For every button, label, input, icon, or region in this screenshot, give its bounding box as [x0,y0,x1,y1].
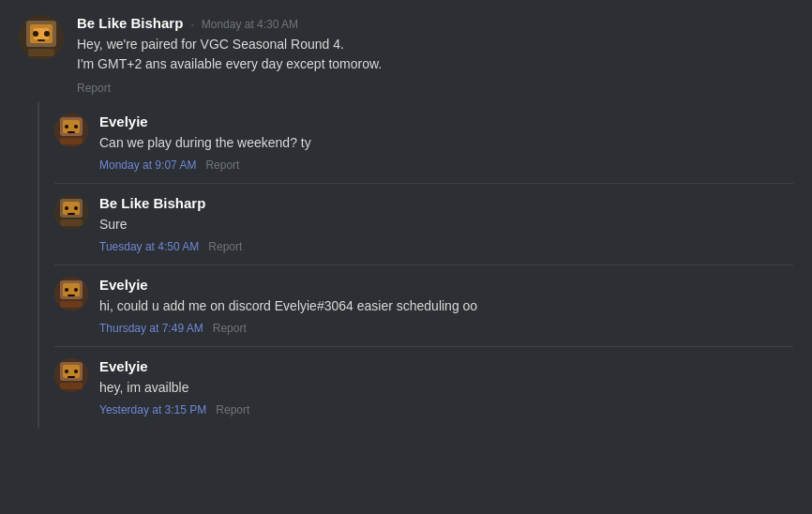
svg-point-33 [74,370,78,373]
reply-4: Evelyie hey, im availble Yesterday at 3:… [54,347,793,428]
svg-point-6 [44,31,50,37]
svg-rect-35 [60,383,83,389]
main-message-text: Hey, we're paired for VGC Seasonal Round… [77,35,793,74]
reply-4-content: Evelyie hey, im availble Yesterday at 3:… [99,358,793,416]
reply-4-header: Evelyie [99,358,793,374]
reply-4-username: Evelyie [99,358,148,374]
reply-2-text: Sure [99,215,793,234]
main-separator: · [190,18,193,31]
main-line-1: Hey, we're paired for VGC Seasonal Round… [77,35,793,54]
reply-4-meta: Yesterday at 3:15 PM Report [99,403,793,416]
main-message-content: Be Like Bisharp · Monday at 4:30 AM Hey,… [77,15,793,95]
svg-rect-27 [68,295,75,296]
svg-point-32 [65,370,68,373]
avatar [54,195,88,229]
reply-3-text: hi, could u add me on discord Evelyie#30… [99,296,793,316]
reply-1-text: Can we play during the weekend? ty [99,133,793,153]
reply-1-timestamp: Monday at 9:07 AM [99,159,196,172]
main-username: Be Like Bisharp [77,15,183,31]
main-line-2: I'm GMT+2 ans available every day except… [77,54,793,74]
reply-1-username: Evelyie [99,113,148,129]
svg-point-11 [65,125,68,128]
reply-4-text: hey, im availble [99,378,793,398]
svg-point-26 [74,288,78,292]
main-timestamp: Monday at 4:30 AM [202,18,298,31]
avatar [54,277,88,310]
avatar [54,113,88,147]
svg-rect-14 [60,138,83,144]
svg-point-25 [65,288,68,292]
reply-4-timestamp: Yesterday at 3:15 PM [99,403,206,416]
reply-2-report[interactable]: Report [208,240,242,253]
reply-3-content: Evelyie hi, could u add me on discord Ev… [99,277,793,335]
svg-rect-7 [38,39,45,41]
avatar [19,15,64,60]
message-header: Be Like Bisharp · Monday at 4:30 AM [77,15,793,31]
svg-rect-4 [28,49,54,56]
reply-1-content: Evelyie Can we play during the weekend? … [99,113,793,172]
reply-1: Evelyie Can we play during the weekend? … [54,102,793,184]
reply-3-meta: Thursday at 7:49 AM Report [99,322,793,335]
main-message: Be Like Bisharp · Monday at 4:30 AM Hey,… [19,15,793,95]
reply-2-timestamp: Tuesday at 4:50 AM [99,240,199,253]
reply-2-header: Be Like Bisharp [99,195,793,211]
reply-3-header: Evelyie [99,277,793,293]
reply-1-report[interactable]: Report [205,159,239,172]
svg-rect-34 [68,376,75,378]
reply-3-username: Evelyie [99,277,148,293]
reply-3: Evelyie hi, could u add me on discord Ev… [54,265,793,347]
avatar [54,358,88,392]
svg-rect-28 [60,301,83,308]
reply-2-username: Be Like Bisharp [99,195,205,211]
reply-3-timestamp: Thursday at 7:49 AM [99,322,203,335]
svg-rect-21 [60,219,83,226]
svg-point-5 [33,31,38,37]
reply-2-content: Be Like Bisharp Sure Tuesday at 4:50 AM … [99,195,793,253]
reply-3-report[interactable]: Report [213,322,247,335]
svg-point-12 [74,125,78,128]
reply-4-report[interactable]: Report [216,403,249,416]
svg-point-18 [65,206,68,210]
reply-1-header: Evelyie [99,113,793,129]
svg-rect-20 [68,213,75,215]
main-report-link[interactable]: Report [77,82,793,95]
svg-rect-13 [68,131,75,133]
reply-2: Be Like Bisharp Sure Tuesday at 4:50 AM … [54,184,793,265]
replies-container: Evelyie Can we play during the weekend? … [38,102,793,428]
thread-container: Be Like Bisharp · Monday at 4:30 AM Hey,… [0,0,812,443]
reply-1-meta: Monday at 9:07 AM Report [99,159,793,172]
svg-point-19 [74,206,78,210]
reply-2-meta: Tuesday at 4:50 AM Report [99,240,793,253]
